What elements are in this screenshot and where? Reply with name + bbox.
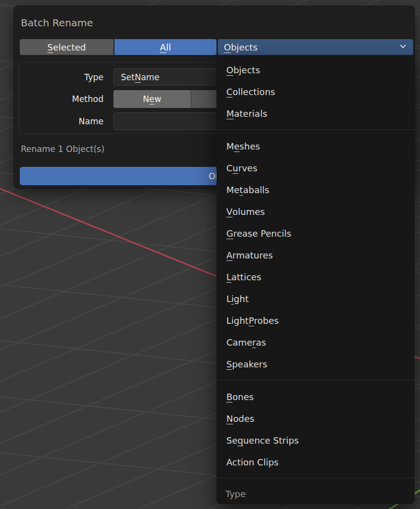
method-new-button[interactable]: New [113, 90, 191, 108]
chevron-down-icon [399, 42, 407, 52]
menu-item-light-probes[interactable]: Light Probes [216, 309, 415, 331]
menu-item-sequence-strips[interactable]: Sequence Strips [216, 429, 415, 451]
menu-item-bones[interactable]: Bones [216, 386, 415, 407]
menu-separator [216, 478, 415, 478]
menu-item-light[interactable]: Light [216, 288, 415, 309]
method-label: Method [19, 90, 104, 108]
menu-footer-label: Type [216, 484, 415, 504]
data-type-menu: ObjectsCollectionsMaterialsMeshesCurvesM… [216, 55, 415, 504]
menu-item-objects[interactable]: Objects [216, 59, 415, 81]
menu-item-curves[interactable]: Curves [216, 157, 415, 179]
menu-item-cameras[interactable]: Cameras [216, 331, 415, 353]
menu-item-speakers[interactable]: Speakers [216, 353, 415, 375]
data-type-dropdown-label: Objects [224, 42, 258, 52]
type-menu-list: ObjectsCollectionsMaterialsMeshesCurvesM… [216, 59, 415, 473]
menu-separator [216, 129, 415, 130]
menu-item-metaballs[interactable]: Metaballs [216, 179, 415, 201]
rename-count-text: Rename 1 Object(s) [21, 144, 105, 154]
menu-item-grease-pencils[interactable]: Grease Pencils [216, 222, 415, 244]
scope-selected-button[interactable]: Selected [20, 39, 113, 55]
name-label: Name [19, 112, 104, 130]
menu-item-volumes[interactable]: Volumes [216, 201, 415, 222]
menu-item-action-clips[interactable]: Action Clips [216, 451, 415, 473]
data-type-dropdown[interactable]: Objects [218, 39, 413, 55]
menu-item-materials[interactable]: Materials [216, 102, 415, 124]
scope-and-type-row: Selected All Objects [20, 39, 413, 55]
scope-all-button[interactable]: All [114, 39, 216, 55]
menu-item-nodes[interactable]: Nodes [216, 407, 415, 429]
menu-item-collections[interactable]: Collections [216, 81, 415, 102]
menu-item-lattices[interactable]: Lattices [216, 266, 415, 288]
menu-item-armatures[interactable]: Armatures [216, 244, 415, 266]
menu-item-meshes[interactable]: Meshes [216, 135, 415, 157]
type-label: Type [19, 68, 104, 86]
dialog-title: Batch Rename [21, 17, 93, 29]
menu-separator [216, 380, 415, 380]
